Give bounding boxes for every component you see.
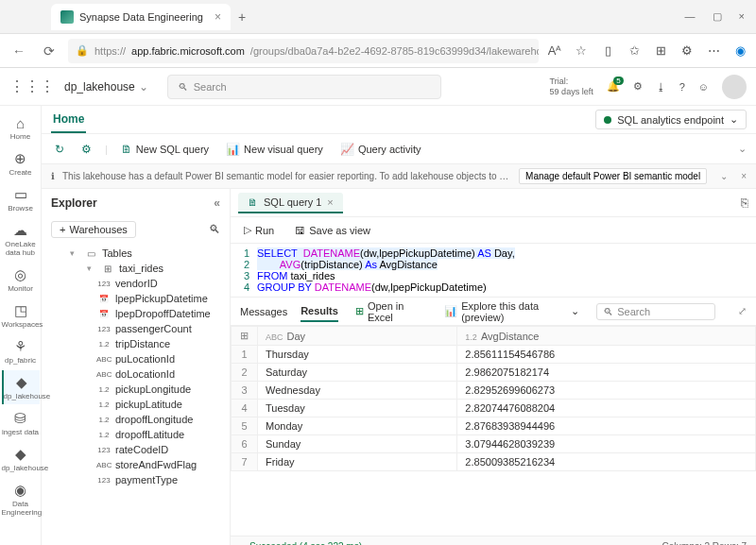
object-tree: ▾ ▭ Tables ▾ ⊞ taxi_rides 123vendorID📅lp… [42, 242, 230, 545]
endpoint-selector[interactable]: SQL analytics endpoint ⌄ [595, 110, 747, 129]
chevron-down-icon: ⌄ [139, 80, 148, 94]
rail-item-home[interactable]: ⌂Home [2, 111, 40, 145]
minimize-icon[interactable]: — [685, 10, 696, 23]
column-doLocationId[interactable]: ABCdoLocationId [49, 366, 230, 382]
new-tab-button[interactable]: + [238, 9, 246, 25]
chevron-down-icon[interactable]: ⌄ [738, 143, 747, 155]
copy-icon[interactable]: ⎘ [741, 196, 748, 210]
rail-item-data-engineering[interactable]: ◉Data Engineering [2, 478, 40, 520]
rail-item-onelake-data-hub[interactable]: ☁OneLake data hub [2, 218, 40, 261]
feedback-icon[interactable]: ☺ [698, 81, 709, 93]
column-dropoffLongitude[interactable]: 1.2dropoffLongitude [49, 412, 230, 427]
result-row[interactable]: 1Thursday2.85611154546786 [232, 346, 756, 364]
expand-icon[interactable]: ⤢ [738, 305, 747, 317]
trial-status[interactable]: Trial: 59 days left [550, 77, 593, 97]
collections-icon[interactable]: ⊞ [652, 43, 669, 58]
reader-icon[interactable]: Aᴬ [546, 43, 563, 58]
run-button[interactable]: ▷ Run [240, 221, 278, 239]
query-activity-button[interactable]: 📈Query activity [336, 140, 425, 159]
column-passengerCount[interactable]: 123passengerCount [49, 321, 230, 336]
result-row[interactable]: 2Saturday2.9862075182174 [232, 364, 756, 382]
column-lpepPickupDatetime[interactable]: 📅lpepPickupDatetime [49, 291, 230, 306]
datatype-icon: 123 [96, 476, 112, 485]
close-icon[interactable]: × [741, 171, 747, 181]
status-dot-icon [604, 116, 611, 124]
grid-header-icon: ⊞ [232, 327, 258, 346]
ribbon-tabs: Home SQL analytics endpoint ⌄ [42, 106, 756, 134]
global-search[interactable]: 🔍︎ Search [167, 75, 441, 99]
result-row[interactable]: 5Monday2.87683938944496 [232, 417, 756, 435]
result-row[interactable]: 6Sunday3.07944628039239 [232, 435, 756, 453]
tables-folder[interactable]: ▾ ▭ Tables [49, 246, 230, 261]
copilot-icon[interactable]: ◉ [731, 43, 748, 58]
sql-editor[interactable]: 1SELECT DATENAME(dw,lpepPickupDatetime) … [231, 244, 756, 298]
user-avatar[interactable] [722, 75, 747, 99]
column-puLocationId[interactable]: ABCpuLocationId [49, 351, 230, 366]
rail-item-ingest-data[interactable]: ⛁ingest data [2, 406, 40, 440]
app-launcher-icon[interactable]: ⋮⋮⋮ [9, 77, 55, 95]
result-row[interactable]: 3Wednesday2.82952699606273 [232, 382, 756, 400]
results-search[interactable]: 🔍︎ Search [596, 303, 715, 320]
home-tab[interactable]: Home [51, 107, 86, 133]
results-tab[interactable]: Results [301, 301, 338, 322]
rail-item-create[interactable]: ⊕Create [2, 146, 40, 180]
new-visual-query-button[interactable]: 📊New visual query [222, 140, 327, 159]
add-warehouse-button[interactable]: + Warehouses [51, 221, 136, 238]
column-vendorID[interactable]: 123vendorID [49, 276, 230, 291]
messages-tab[interactable]: Messages [240, 302, 287, 321]
column-storeAndFwdFlag[interactable]: ABCstoreAndFwdFlag [49, 457, 230, 472]
close-window-icon[interactable]: × [739, 10, 745, 23]
rail-item-dp_lakehouse[interactable]: ◆dp_lakehouse [2, 370, 40, 404]
column-paymentType[interactable]: 123paymentType [49, 472, 230, 487]
explore-data-button[interactable]: 📊 Explore this data (preview) ⌄ [440, 298, 583, 326]
col-day[interactable]: ABCDay [258, 327, 457, 346]
help-icon[interactable]: ? [679, 81, 685, 93]
col-avgdistance[interactable]: 1.2AvgDistance [457, 327, 756, 346]
search-icon[interactable]: 🔍︎ [209, 223, 220, 236]
column-pickupLatitude[interactable]: 1.2pickupLatitude [49, 397, 230, 412]
settings-icon[interactable]: ⚙ [633, 80, 643, 93]
favorite-icon[interactable]: ☆ [573, 43, 590, 58]
split-icon[interactable]: ▯ [599, 43, 616, 58]
close-icon[interactable]: × [327, 196, 333, 208]
rail-item-browse[interactable]: ▭Browse [2, 182, 40, 216]
rail-item-monitor[interactable]: ◎Monitor [2, 263, 40, 297]
new-sql-query-button[interactable]: 🗎New SQL query [117, 140, 213, 159]
rail-item-dp_lakehouse[interactable]: ◆dp_lakehouse [2, 442, 40, 476]
rail-icon: ◳ [2, 302, 40, 319]
datatype-icon: ABC [96, 461, 112, 469]
datatype-icon: ABC [96, 370, 112, 379]
address-bar[interactable]: 🔒 https://app.fabric.microsoft.com/group… [68, 39, 539, 63]
open-excel-button[interactable]: ⊞ Open in Excel [352, 298, 427, 326]
refresh-icon[interactable]: ⟳ [38, 43, 60, 59]
notifications-icon[interactable]: 🔔5 [607, 80, 620, 93]
query-tab[interactable]: 🗎 SQL query 1 × [238, 193, 343, 213]
favorites-icon[interactable]: ✩ [626, 43, 643, 58]
results-search-placeholder: Search [617, 306, 650, 317]
maximize-icon[interactable]: ▢ [713, 10, 722, 23]
extensions-icon[interactable]: ⚙ [679, 43, 696, 58]
browser-tab[interactable]: Synapse Data Engineering × [51, 4, 231, 30]
collapse-icon[interactable]: « [214, 196, 220, 210]
chevron-icon[interactable]: ⌄ [720, 171, 728, 181]
result-row[interactable]: 7Friday2.85009385216234 [232, 453, 756, 471]
settings-button[interactable]: ⚙ [77, 140, 95, 159]
more-icon[interactable]: ⋯ [705, 43, 722, 58]
column-tripDistance[interactable]: 1.2tripDistance [49, 336, 230, 351]
column-lpepDropoffDatetime[interactable]: 📅lpepDropoffDatetime [49, 306, 230, 321]
close-icon[interactable]: × [215, 10, 221, 24]
workspace-selector[interactable]: dp_lakehouse ⌄ [64, 80, 148, 94]
download-icon[interactable]: ⭳ [656, 81, 666, 93]
rail-item-dp_fabric[interactable]: ⚘dp_fabric [2, 334, 40, 368]
column-dropoffLatitude[interactable]: 1.2dropoffLatitude [49, 427, 230, 442]
column-rateCodeID[interactable]: 123rateCodeID [49, 442, 230, 457]
rail-item-workspaces[interactable]: ◳Workspaces [2, 298, 40, 332]
back-icon[interactable]: ← [8, 43, 30, 59]
manage-model-button[interactable]: Manage default Power BI semantic model [519, 168, 707, 184]
save-view-button[interactable]: 🖫 Save as view [291, 222, 374, 239]
results-grid[interactable]: ⊞ ABCDay 1.2AvgDistance 1Thursday2.85611… [231, 326, 756, 536]
table-taxi-rides[interactable]: ▾ ⊞ taxi_rides [49, 261, 230, 276]
refresh-button[interactable]: ↻ [51, 140, 68, 159]
result-row[interactable]: 4Tuesday2.82074476088204 [232, 400, 756, 417]
column-pickupLongitude[interactable]: 1.2pickupLongitude [49, 382, 230, 397]
